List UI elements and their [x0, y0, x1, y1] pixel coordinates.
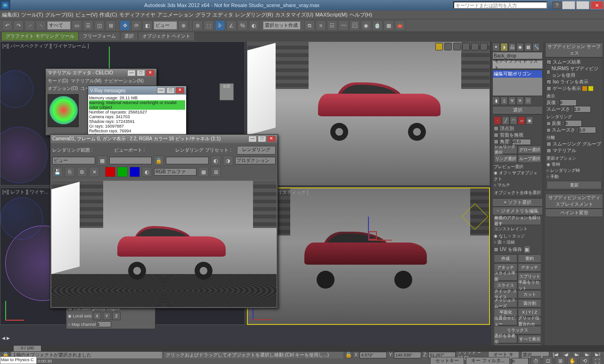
ribbon-tab-graphite[interactable]: グラファイト モデリング ツール — [2, 32, 78, 40]
render-setup-button[interactable]: 🍵 — [372, 20, 383, 31]
zoom-all-icon[interactable]: ⊞ — [555, 356, 565, 364]
channel-dropdown[interactable]: RGB アルファ — [154, 168, 196, 176]
rollout-selection[interactable]: 選択 — [492, 106, 543, 114]
vray-min-button[interactable]: — — [157, 87, 165, 94]
production-dropdown[interactable]: プロダクション — [235, 157, 276, 164]
by-vertex-checkbox[interactable] — [494, 126, 498, 131]
display-smooth-input[interactable] — [574, 106, 591, 113]
tessellate-button[interactable]: 面分割 — [518, 299, 541, 307]
preserve-uv-settings-icon[interactable]: ▦ — [523, 245, 531, 254]
rollout-paint-deform[interactable]: ペイント変形 — [545, 209, 603, 217]
print-image-icon[interactable]: ✕ — [89, 167, 99, 177]
ref-coord-dropdown[interactable]: ビュー — [154, 21, 177, 30]
menu-help[interactable]: ヘルプ(H) — [350, 11, 372, 18]
menu-views[interactable]: ビュー(V) — [75, 11, 98, 18]
ring-button[interactable]: リング選択 — [494, 154, 517, 163]
view-align-button[interactable]: 位置合せビュー — [494, 317, 517, 325]
repeat-last-button[interactable]: 最後のアクションを繰り返す — [494, 217, 541, 225]
channel-alpha-icon[interactable]: ◐ — [142, 167, 152, 177]
menu-tools[interactable]: ツール(T) — [21, 11, 43, 18]
grid-align-button[interactable]: グリッド位置合わせ — [518, 317, 541, 325]
render-viewport-dropdown[interactable] — [109, 157, 152, 164]
matedit-max-button[interactable]: □ — [137, 70, 145, 76]
ribbon-tab-selection[interactable]: 選択 — [121, 32, 138, 40]
angle-snap-button[interactable]: ∠ — [226, 20, 237, 31]
render-frame-window[interactable]: Camera01, フレーム 0, ガンマ表示 : 2.2, RGBA カラー … — [50, 134, 278, 308]
menu-customize[interactable]: カスタマイズ(U) — [275, 11, 313, 18]
menu-modifiers[interactable]: モディファイヤ — [119, 11, 155, 18]
modifier-stack[interactable]: 編集可能ポリゴン — [492, 70, 543, 96]
keyboard-shortcut-button[interactable]: ⬚ — [204, 20, 214, 31]
subobj-element-icon[interactable]: ◉ — [526, 116, 533, 125]
current-frame-input[interactable] — [512, 358, 529, 364]
channel-blue-icon[interactable] — [130, 167, 140, 177]
render-output[interactable] — [51, 181, 277, 307]
mapchannel-input[interactable] — [97, 321, 111, 327]
vray-max-button[interactable]: □ — [166, 87, 175, 94]
menu-rendering[interactable]: レンダリング(R) — [235, 11, 273, 18]
pan-view-icon[interactable]: ✋ — [567, 356, 578, 364]
use-pivot-button[interactable]: ⊕ — [178, 20, 188, 31]
curve-editor-button[interactable]: 〰 — [338, 20, 349, 31]
show-cage-checkbox[interactable] — [547, 86, 551, 91]
shrink-button[interactable]: シュリンク選択 — [494, 146, 517, 154]
subobj-border-icon[interactable]: ◠ — [510, 116, 517, 125]
slice-plane-button[interactable]: スライス平面 — [494, 272, 517, 281]
viewport-label[interactable]: [+][ パースペクティブ ][ ワイヤフレーム ] — [2, 43, 89, 49]
create-panel-icon[interactable]: ✦ — [492, 43, 500, 51]
hierarchy-panel-icon[interactable]: 品 — [508, 43, 516, 51]
msmooth-button[interactable]: メッシュスムーズ — [494, 299, 517, 307]
pin-stack-icon[interactable]: ▮ — [492, 97, 500, 105]
time-config-icon[interactable]: ⏱ — [531, 356, 541, 364]
motion-panel-icon[interactable]: ◉ — [516, 43, 524, 51]
coord-y-input[interactable] — [394, 352, 421, 358]
min-max-toggle-icon[interactable]: ⛶ — [592, 356, 602, 364]
undo-button[interactable]: ↶ — [2, 20, 12, 31]
viewport-active-camera[interactable]: [リスティック ] — [247, 187, 490, 325]
axis-y-button[interactable]: Y — [103, 312, 111, 320]
ribbon-tab-freeform[interactable]: フリーフォーム — [79, 32, 120, 40]
region-settings-icon[interactable]: ▦ — [97, 155, 107, 166]
selection-filter-dropdown[interactable]: すべて — [47, 21, 71, 30]
keyfilter-button[interactable]: キー フィルタ... — [466, 357, 510, 364]
subobj-edge-icon[interactable]: ╱ — [502, 116, 509, 125]
link-button[interactable]: ⟋ — [24, 20, 35, 31]
viewport-label-realistic[interactable]: [リスティック ] — [276, 189, 308, 196]
render-preset-dropdown[interactable] — [166, 157, 209, 164]
subobj-vertex-icon[interactable]: · — [494, 116, 501, 125]
copy-image-icon[interactable]: ⎘ — [65, 167, 75, 177]
menu-edit[interactable]: 編集(E) — [2, 11, 19, 18]
rollout-subdiv-surface[interactable]: サブディビジョン サーフェス — [545, 42, 603, 57]
modify-panel-icon[interactable]: ◗ — [500, 43, 508, 51]
arc-rotate-icon[interactable]: ⟲ — [580, 356, 590, 364]
snap-toggle-button[interactable]: 3◦ — [215, 20, 225, 31]
layer-manager-button[interactable]: ☷ — [327, 20, 337, 31]
app-logo-icon[interactable] — [0, 0, 10, 10]
select-rotate-button[interactable]: ⟳ — [131, 20, 141, 31]
window-crossing-button[interactable]: ⊞ — [106, 20, 116, 31]
vp-config-icon[interactable] — [480, 43, 488, 50]
align-button[interactable]: ≡ — [316, 20, 326, 31]
render-min-button[interactable]: — — [248, 136, 257, 142]
unhide-all-button[interactable]: すべて表示 — [518, 335, 541, 343]
hide-unsel-button[interactable]: 選択を非表示 — [494, 335, 517, 343]
isoline-checkbox[interactable] — [547, 80, 551, 84]
ignore-backfacing-checkbox[interactable] — [494, 133, 498, 138]
render-max-button[interactable]: □ — [258, 136, 266, 142]
render-iter-checkbox[interactable] — [547, 121, 551, 126]
update-button[interactable]: 更新 — [547, 181, 602, 189]
sep-smgroup-checkbox[interactable] — [547, 142, 551, 146]
nurms-checkbox[interactable] — [547, 70, 550, 74]
menu-animation[interactable]: アニメーション — [157, 11, 194, 18]
menu-create[interactable]: 作成(C) — [99, 11, 117, 18]
viewport-label-left[interactable]: [+][ レフト ][ ワイヤ… — [2, 189, 49, 195]
material-swatch-1[interactable] — [48, 94, 79, 127]
viewport-camera[interactable] — [247, 41, 490, 186]
clone-window-icon[interactable]: ⧉ — [77, 167, 87, 177]
minimize-button[interactable]: — — [562, 1, 575, 9]
display-panel-icon[interactable]: ▦ — [524, 43, 532, 51]
vp-light-icon[interactable] — [435, 43, 443, 50]
matedit-close-button[interactable]: ✕ — [146, 70, 155, 76]
toggle-ui-icon[interactable]: ▦ — [198, 167, 209, 177]
cage-color1-swatch[interactable] — [582, 86, 587, 91]
